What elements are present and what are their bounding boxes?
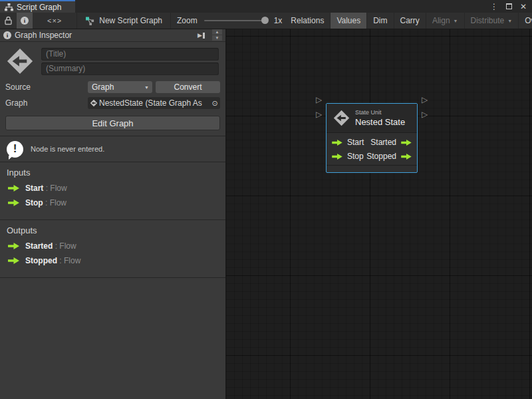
carry-label: Carry bbox=[400, 16, 420, 25]
external-port-icon[interactable]: ▷ bbox=[316, 96, 322, 104]
chevron-down-icon: ▼ bbox=[454, 19, 458, 23]
source-dropdown[interactable]: Graph ▼ bbox=[88, 81, 152, 93]
port-out: Stopped bbox=[366, 152, 412, 161]
flow-arrow-icon bbox=[8, 184, 19, 192]
flow-input-port[interactable] bbox=[332, 153, 342, 160]
node-titles: State Unit Nested State bbox=[355, 109, 405, 127]
main-area: i Graph Inspector ▶ ▲ ▼ bbox=[0, 29, 532, 399]
carry-button[interactable]: Carry bbox=[394, 13, 426, 29]
graph-row: Graph NestedState (State Graph As ⊙ bbox=[5, 97, 220, 109]
port-row: Stop Stopped bbox=[332, 152, 412, 161]
flow-output-port[interactable] bbox=[401, 153, 412, 160]
external-port-icon[interactable]: ▷ bbox=[422, 110, 428, 118]
info-icon: i bbox=[3, 31, 11, 39]
pin-name: Start bbox=[25, 184, 43, 193]
graph-summary-input[interactable] bbox=[41, 63, 219, 75]
pin-type: : Flow bbox=[57, 256, 80, 265]
inspector-toggle-button[interactable]: i bbox=[17, 13, 33, 29]
graph-title-input[interactable] bbox=[41, 48, 219, 61]
tab-script-graph[interactable]: Script Graph bbox=[0, 0, 75, 13]
pin-type: : Flow bbox=[43, 198, 66, 207]
output-pin-row: Stopped : Flow bbox=[8, 256, 219, 265]
flow-arrow-icon bbox=[8, 257, 19, 265]
edit-graph-button[interactable]: Edit Graph bbox=[5, 116, 220, 130]
chevron-down-icon: ▼ bbox=[507, 19, 512, 23]
maximize-icon[interactable] bbox=[506, 3, 512, 9]
output-pin-row: Started : Flow bbox=[8, 241, 219, 251]
node-kind: State Unit bbox=[355, 109, 405, 116]
node-title: Nested State bbox=[355, 117, 405, 127]
relations-button[interactable]: Relations bbox=[285, 13, 331, 29]
dim-button[interactable]: Dim bbox=[367, 13, 394, 29]
inputs-section: Inputs Start : Flow Stop : Flow bbox=[0, 162, 225, 219]
distribute-button: Distribute ▼ bbox=[465, 13, 519, 29]
port-in-label: Start bbox=[347, 138, 364, 147]
pin-type: : Flow bbox=[43, 184, 66, 193]
overview-button[interactable]: Overview bbox=[519, 13, 532, 29]
flow-output-port[interactable] bbox=[401, 139, 412, 146]
new-script-graph-label: New Script Graph bbox=[99, 16, 162, 25]
input-pin-row: Start : Flow bbox=[8, 184, 219, 193]
titlebar: Script Graph ⋮ ✕ bbox=[0, 0, 532, 13]
titlebar-spacer bbox=[75, 0, 490, 13]
overview-label: Overview bbox=[525, 16, 532, 25]
graph-identity-fields bbox=[41, 48, 219, 75]
graph-object-value: NestedState (State Graph As bbox=[99, 98, 209, 108]
inspector-header: i Graph Inspector ▶ ▲ ▼ bbox=[0, 29, 225, 42]
port-row: Start Started bbox=[332, 138, 412, 147]
external-port-icon[interactable]: ▷ bbox=[316, 110, 322, 118]
graph-field-label: Graph bbox=[5, 98, 88, 108]
node-footer bbox=[327, 165, 417, 172]
input-pin-row: Stop : Flow bbox=[8, 198, 219, 207]
inspector-empty-area bbox=[0, 278, 225, 399]
zoom-slider[interactable] bbox=[204, 20, 267, 21]
outputs-header: Outputs bbox=[7, 225, 219, 235]
window-menu-icon[interactable]: ⋮ bbox=[490, 3, 498, 11]
inspector-title: Graph Inspector bbox=[15, 31, 194, 40]
tab-label: Script Graph bbox=[17, 3, 61, 12]
zoom-slider-handle[interactable] bbox=[261, 17, 269, 24]
dock-arrow-glyph: ▶ bbox=[198, 32, 202, 39]
convert-button[interactable]: Convert bbox=[156, 81, 220, 93]
code-icon: <×> bbox=[47, 17, 62, 25]
port-out-label: Stopped bbox=[366, 152, 396, 161]
pin-name: Stop bbox=[25, 198, 43, 207]
inputs-header: Inputs bbox=[7, 168, 219, 178]
edit-graph-label: Edit Graph bbox=[92, 118, 133, 128]
pin-type: : Flow bbox=[53, 241, 76, 251]
node-header[interactable]: State Unit Nested State bbox=[327, 104, 417, 133]
state-unit-icon bbox=[332, 109, 350, 127]
object-picker-icon[interactable]: ⊙ bbox=[209, 99, 220, 108]
align-label: Align bbox=[432, 16, 450, 25]
port-out-label: Started bbox=[370, 138, 396, 147]
zoom-control: Zoom 1x bbox=[171, 13, 285, 29]
close-icon[interactable]: ✕ bbox=[520, 3, 527, 11]
state-graph-asset-icon bbox=[90, 99, 98, 107]
script-graph-window: Script Graph ⋮ ✕ i <×> bbox=[0, 0, 532, 399]
toolbar: i <×> New Script Graph Zoom 1x Relations bbox=[0, 13, 532, 29]
relations-label: Relations bbox=[291, 16, 324, 25]
source-row: Source Graph ▼ Convert bbox=[5, 81, 220, 93]
warning-icon: ! bbox=[7, 141, 24, 158]
flow-input-port[interactable] bbox=[332, 139, 342, 146]
scroll-up-icon[interactable]: ▲ bbox=[212, 29, 222, 35]
outputs-section: Outputs Started : Flow Stopped : Flow bbox=[0, 220, 225, 277]
source-value: Graph bbox=[92, 82, 114, 92]
nested-state-node[interactable]: State Unit Nested State Start Started bbox=[326, 103, 418, 173]
state-unit-icon bbox=[3, 47, 37, 76]
scroll-arrows[interactable]: ▲ ▼ bbox=[212, 29, 222, 41]
graph-canvas[interactable]: ▷ ▷ ▷ ▷ State Unit Nested State bbox=[226, 29, 532, 399]
graph-object-field[interactable]: NestedState (State Graph As ⊙ bbox=[88, 97, 220, 109]
lock-button[interactable] bbox=[0, 13, 17, 29]
port-out: Started bbox=[370, 138, 412, 147]
external-port-icon[interactable]: ▷ bbox=[422, 96, 428, 104]
values-button[interactable]: Values bbox=[331, 13, 367, 29]
new-script-graph-button[interactable]: New Script Graph bbox=[77, 13, 171, 29]
dock-icon[interactable]: ▶ bbox=[198, 32, 205, 39]
convert-label: Convert bbox=[174, 82, 201, 92]
pin-name: Started bbox=[25, 241, 53, 251]
scroll-down-icon[interactable]: ▼ bbox=[212, 35, 222, 41]
port-in-label: Stop bbox=[347, 152, 364, 161]
code-view-button[interactable]: <×> bbox=[33, 13, 77, 29]
node-body: Start Started Stop bbox=[327, 133, 417, 165]
